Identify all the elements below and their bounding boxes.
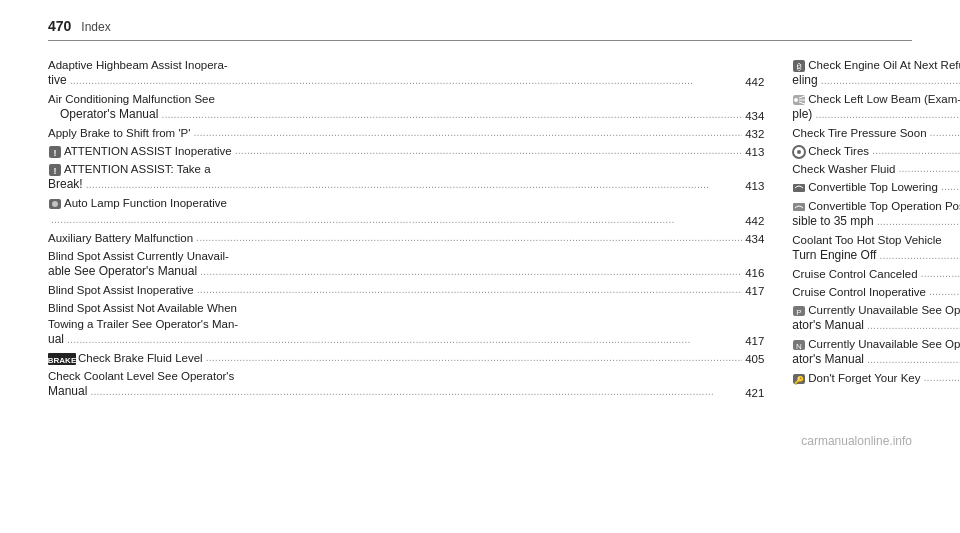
svg-point-16 [797,150,801,154]
column-1: Adaptive Highbeam Assist Inopera- tive44… [48,57,764,414]
svg-text:!: ! [54,166,57,176]
brake-icon: BRAKE [48,352,76,366]
svg-point-5 [52,201,58,207]
svg-text:BRAKE: BRAKE [48,356,76,365]
list-item: Check Coolant Level See Operator's Manua… [48,368,764,400]
list-item: Auxiliary Battery Malfunction 434 [48,230,764,246]
list-item: 🛢Check Engine Oil At Next Refu- eling424 [792,57,960,89]
list-item: Apply Brake to Shift from 'P' 432 [48,125,764,141]
svg-text:🔑: 🔑 [794,375,804,385]
list-item: Check Tires 427 [792,143,960,159]
list-item: Auto Lamp Function Inoperative 442 [48,195,764,227]
list-item: !ATTENTION ASSIST: Take a Break!413 [48,161,764,193]
warning-icon: ! [48,145,62,159]
list-item: PCurrently Unavailable See Oper- ator's … [792,302,960,334]
warning-icon: ! [48,163,62,177]
beam-icon [792,93,806,107]
svg-text:!: ! [54,148,57,158]
list-item: Blind Spot Assist Inoperative 417 [48,282,764,298]
list-item: Convertible Top Lowering 440 [792,179,960,195]
conv2-icon [792,200,806,214]
conv-icon [792,181,806,195]
watermark: carmanualonline.info [48,434,912,448]
lamp-icon [48,197,62,211]
curr2-icon: N [792,338,806,352]
list-item: Check Washer Fluid 439 [792,161,960,177]
list-item: BRAKECheck Brake Fluid Level 405 [48,350,764,366]
list-item: 🔑Don't Forget Your Key 431 [792,370,960,386]
svg-rect-18 [793,203,805,211]
page-container: 470 Index Adaptive Highbeam Assist Inope… [0,0,960,478]
list-item: Cruise Control Inoperative 420 [792,284,960,300]
list-item: Check Tire Pressure Soon 425 [792,125,960,141]
oil-icon: 🛢 [792,59,806,73]
list-item: Check Left Low Beam (Exam- ple)441 [792,91,960,123]
page-header: 470 Index [48,18,912,41]
column-2: 🛢Check Engine Oil At Next Refu- eling424… [792,57,960,414]
svg-text:🛢: 🛢 [795,63,803,72]
svg-rect-17 [793,184,805,192]
list-item: Blind Spot Assist Currently Unavail- abl… [48,248,764,280]
list-item: Convertible Top Operation Pos- sible to … [792,198,960,230]
key-icon: 🔑 [792,372,806,386]
curr1-icon: P [792,304,806,318]
svg-point-11 [794,98,798,102]
tire-icon [792,145,806,159]
svg-text:P: P [797,308,802,317]
page-number: 470 [48,18,71,34]
list-item: NCurrently Unavailable See Oper- ator's … [792,336,960,368]
list-item: !ATTENTION ASSIST Inoperative 413 [48,143,764,159]
svg-text:N: N [796,342,802,351]
list-item: Air Conditioning Malfunction See Operato… [48,91,764,123]
list-item: Cruise Control Canceled 420 [792,266,960,282]
list-item: Blind Spot Assist Not Available When Tow… [48,300,764,348]
page-title: Index [81,20,110,34]
index-columns: Adaptive Highbeam Assist Inopera- tive44… [48,57,912,414]
list-item: Coolant Too Hot Stop Vehicle Turn Engine… [792,232,960,264]
list-item: Adaptive Highbeam Assist Inopera- tive44… [48,57,764,89]
